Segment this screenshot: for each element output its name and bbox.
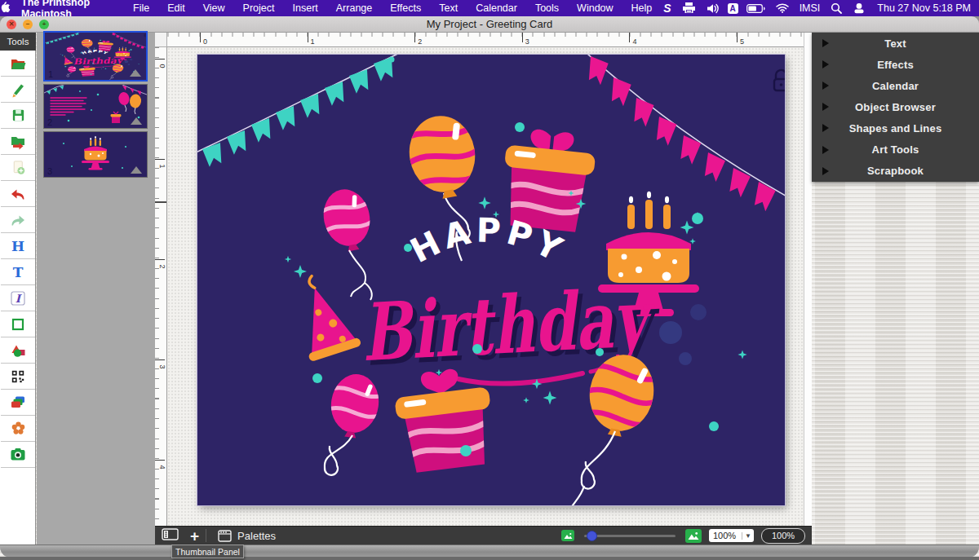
search-icon[interactable] <box>828 2 844 14</box>
keyboard-layout-icon[interactable]: A <box>728 3 738 14</box>
wifi-icon[interactable] <box>773 3 791 13</box>
menu-item-arrange[interactable]: Arrange <box>327 2 381 14</box>
shapes-tool-button[interactable] <box>1 337 35 364</box>
apple-menu-icon[interactable] <box>0 1 11 15</box>
add-page-button[interactable]: + <box>190 528 199 544</box>
flower-icon <box>11 421 26 436</box>
frame-tool-button[interactable] <box>1 311 35 337</box>
palette-item-effects[interactable]: Effects <box>812 54 979 75</box>
volume-icon[interactable] <box>704 3 722 14</box>
thumbnail-panel-toggle[interactable] <box>162 528 179 544</box>
palette-item-shapes-and-lines[interactable]: Shapes and Lines <box>812 117 979 139</box>
svg-text:I: I <box>16 291 23 304</box>
dropdown-caret-icon: ▼ <box>742 532 751 540</box>
save-tool-button[interactable] <box>1 103 35 129</box>
pen-icon <box>10 82 26 98</box>
window-title-bar: ✕ − + My Project - Greeting Card <box>0 16 979 33</box>
menu-item-window[interactable]: Window <box>568 2 622 14</box>
tools-panel-header: Tools <box>0 33 36 51</box>
shapes-icon <box>10 342 26 359</box>
zoom-slider-knob[interactable] <box>587 531 597 541</box>
color-cards-icon <box>10 395 26 410</box>
thumbnail-panel-icon <box>162 528 179 540</box>
save-floppy-icon <box>11 108 26 123</box>
expand-triangle-icon[interactable] <box>822 39 829 47</box>
greeting-card-canvas[interactable] <box>197 55 785 505</box>
bottom-bar: + Palettes 100% ▼ 100% <box>155 526 812 545</box>
battery-icon[interactable] <box>744 4 768 13</box>
new-page-icon <box>11 160 26 175</box>
vertical-ruler: 0 1 2 3 4 <box>155 47 167 526</box>
camera-icon <box>10 448 26 461</box>
export-folder-icon <box>10 134 26 150</box>
undo-tool-button[interactable] <box>1 181 35 207</box>
menu-item-file[interactable]: File <box>124 2 158 14</box>
headline-tool-button[interactable]: H <box>1 233 35 259</box>
palettes-tool-button[interactable] <box>1 390 35 416</box>
menu-item-tools[interactable]: Tools <box>526 2 568 14</box>
menu-item-view[interactable]: View <box>194 2 234 14</box>
expand-triangle-icon[interactable] <box>822 60 829 68</box>
palette-item-calendar[interactable]: Calendar <box>812 75 979 96</box>
page-number: 1 <box>48 69 53 79</box>
qr-code-tool-button[interactable] <box>1 364 35 390</box>
clipart-tool-button[interactable] <box>1 416 35 442</box>
menu-item-project[interactable]: Project <box>234 2 284 14</box>
expand-triangle-icon[interactable] <box>822 82 829 90</box>
new-item-tool-button[interactable] <box>1 155 35 181</box>
printer-icon[interactable] <box>680 2 698 14</box>
zoom-out-button[interactable] <box>561 530 574 541</box>
page-number: 2 <box>47 117 52 127</box>
viewport-scrollbar[interactable] <box>804 33 812 526</box>
expand-triangle-icon[interactable] <box>822 124 829 132</box>
text-tool-button[interactable]: T <box>1 259 35 285</box>
redo-tool-button[interactable] <box>1 207 35 233</box>
palettes-button[interactable]: Palettes <box>218 530 276 542</box>
menu-item-text[interactable]: Text <box>430 2 467 14</box>
card-artwork[interactable] <box>197 55 785 505</box>
expand-triangle-icon[interactable] <box>822 146 829 154</box>
export-tool-button[interactable] <box>1 129 35 155</box>
large-image-icon <box>688 531 699 540</box>
rectangle-icon <box>10 316 26 333</box>
draw-tool-button[interactable] <box>1 77 35 103</box>
zoom-level-select[interactable]: 100% ▼ <box>709 529 754 542</box>
expand-triangle-icon[interactable] <box>822 167 829 175</box>
page-thumbnail-2[interactable]: 2 <box>43 84 148 129</box>
palette-dock: Text Effects Calendar Object Browser Sha… <box>812 33 979 182</box>
status-s-logo-icon[interactable]: S <box>661 2 673 15</box>
redo-arrow-icon <box>10 213 26 227</box>
text-effects-tool-button[interactable]: I <box>1 285 35 311</box>
zoom-readout-button[interactable]: 100% <box>761 528 805 544</box>
palette-item-art-tools[interactable]: Art Tools <box>812 139 979 160</box>
small-image-icon <box>564 532 573 540</box>
menu-item-edit[interactable]: Edit <box>158 2 194 14</box>
zoom-slider[interactable] <box>584 535 676 537</box>
screen: The Printshop Macintosh File Edit View P… <box>0 0 979 560</box>
menu-item-help[interactable]: Help <box>622 2 662 14</box>
palette-item-text[interactable]: Text <box>812 33 979 54</box>
open-tool-button[interactable] <box>1 51 35 77</box>
menu-item-calendar[interactable]: Calendar <box>467 2 526 14</box>
page-thumbnail-1[interactable]: 1 <box>43 31 148 82</box>
ruler-corner <box>155 33 167 47</box>
menu-clock[interactable]: Thu 27 Nov 5:18 PM <box>874 2 971 14</box>
user-switch-icon[interactable] <box>850 2 868 14</box>
thumbnail-handle-icon[interactable] <box>130 69 141 77</box>
horizontal-ruler: 0 1 2 3 4 5 <box>167 33 804 47</box>
palette-item-scrapbook[interactable]: Scrapbook <box>812 161 979 182</box>
ruler-position-marker <box>155 201 166 203</box>
zoom-in-button[interactable] <box>685 529 702 543</box>
expand-triangle-icon[interactable] <box>822 103 829 111</box>
thumbnail-handle-icon[interactable] <box>131 117 142 125</box>
thumbnail-handle-icon[interactable] <box>131 166 142 174</box>
page-number: 3 <box>47 166 52 176</box>
status-imsi-label[interactable]: IMSI <box>797 2 823 14</box>
menu-item-insert[interactable]: Insert <box>284 2 327 14</box>
palette-item-object-browser[interactable]: Object Browser <box>812 96 979 117</box>
menu-item-effects[interactable]: Effects <box>381 2 430 14</box>
palettes-window-icon <box>218 530 232 542</box>
page-thumbnail-3[interactable]: 3 <box>43 131 148 178</box>
photo-tool-button[interactable] <box>1 442 35 468</box>
zoom-level-value: 100% <box>713 531 736 540</box>
